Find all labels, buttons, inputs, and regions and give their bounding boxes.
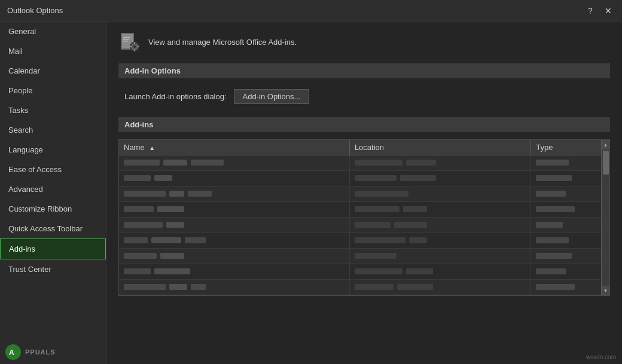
scrollbar-up[interactable]: ▲ [602,140,610,149]
sidebar-item-people[interactable]: People [0,81,106,100]
col-header-name[interactable]: Name ▲ [119,140,349,155]
svg-rect-11 [123,41,128,42]
table-cell-type [531,264,609,280]
table-cell-name [119,218,349,233]
title-bar: Outlook Options ? ✕ [0,0,622,22]
close-button[interactable]: ✕ [602,4,615,17]
table-cell-type [531,171,609,186]
svg-rect-8 [138,46,139,47]
launch-label: Launch Add-in options dialog: [124,92,227,101]
sidebar-item-trust-center[interactable]: Trust Center [0,259,106,279]
table-cell-type [531,155,609,171]
table-row[interactable] [119,233,609,249]
sidebar-item-ease-of-access[interactable]: Ease of Access [0,160,106,179]
add-ins-table: Name ▲ Location Type [119,140,609,295]
add-in-options-button[interactable]: Add-in Options... [234,89,310,104]
table-cell-name [119,280,349,295]
table-row[interactable] [119,171,609,186]
table-row[interactable] [119,202,609,218]
sidebar-item-mail[interactable]: Mail [0,41,106,61]
sidebar-item-add-ins[interactable]: Add-ins [0,238,106,259]
table-cell-name [119,249,349,264]
sidebar-item-search[interactable]: Search [0,120,106,140]
sidebar-item-general[interactable]: General [0,22,106,41]
table-cell-type [531,218,609,233]
table-cell-name [119,186,349,202]
table-cell-location [349,264,530,280]
svg-rect-6 [134,50,135,51]
scrollbar-thumb[interactable] [603,151,609,175]
dialog-body: General Mail Calendar People Tasks Searc… [0,22,622,364]
table-cell-name [119,264,349,280]
table-cell-type [531,202,609,218]
add-ins-table-container: Name ▲ Location Type ▲ [118,139,610,296]
scrollbar-down[interactable]: ▼ [602,286,610,295]
table-cell-location [349,280,530,295]
table-cell-location [349,202,530,218]
table-cell-name [119,171,349,186]
title-bar-controls: ? ✕ [584,4,615,17]
add-ins-header: Add-ins [118,117,610,132]
table-cell-name [119,202,349,218]
table-row[interactable] [119,155,609,171]
table-cell-location [349,233,530,249]
svg-rect-5 [134,42,135,44]
table-cell-type [531,280,609,295]
table-row[interactable] [119,186,609,202]
sidebar-item-quick-access-toolbar[interactable]: Quick Access Toolbar [0,219,106,238]
help-button[interactable]: ? [584,4,597,17]
col-header-type[interactable]: Type [531,140,609,155]
svg-rect-9 [123,37,130,38]
sidebar-item-customize-ribbon[interactable]: Customize Ribbon [0,199,106,219]
sort-arrow: ▲ [149,145,155,151]
table-row[interactable] [119,218,609,233]
table-cell-location [349,155,530,171]
col-header-location[interactable]: Location [349,140,530,155]
dialog-title: Outlook Options [7,6,63,15]
watermark: wsxdn.com [586,354,616,360]
content-header-text: View and manage Microsoft Office Add-ins… [148,38,297,47]
add-in-options-header: Add-in Options [118,63,610,78]
content-header: View and manage Microsoft Office Add-ins… [118,31,610,53]
table-row[interactable] [119,249,609,264]
addin-icon [118,31,140,53]
table-cell-location [349,249,530,264]
appuals-logo-text: PPUALS [25,348,56,356]
options-row: Launch Add-in options dialog: Add-in Opt… [118,85,610,108]
content-area: View and manage Microsoft Office Add-ins… [106,22,622,364]
table-scrollbar[interactable]: ▲ ▼ [601,140,609,295]
sidebar-item-advanced[interactable]: Advanced [0,179,106,199]
table-cell-location [349,171,530,186]
appuals-logo-icon: A [5,344,22,360]
table-cell-type [531,233,609,249]
svg-rect-10 [123,39,129,40]
table-cell-location [349,218,530,233]
table-cell-type [531,186,609,202]
sidebar-item-language[interactable]: Language [0,140,106,160]
svg-point-4 [133,45,136,48]
sidebar-item-tasks[interactable]: Tasks [0,100,106,120]
table-row[interactable] [119,264,609,280]
table-cell-type [531,249,609,264]
svg-rect-7 [130,46,132,47]
bottom-logo: A PPUALS [5,344,56,360]
sidebar: General Mail Calendar People Tasks Searc… [0,22,106,364]
sidebar-item-calendar[interactable]: Calendar [0,61,106,81]
table-cell-name [119,233,349,249]
svg-text:A: A [9,348,14,357]
table-cell-name [119,155,349,171]
table-cell-location [349,186,530,202]
table-row[interactable] [119,280,609,295]
